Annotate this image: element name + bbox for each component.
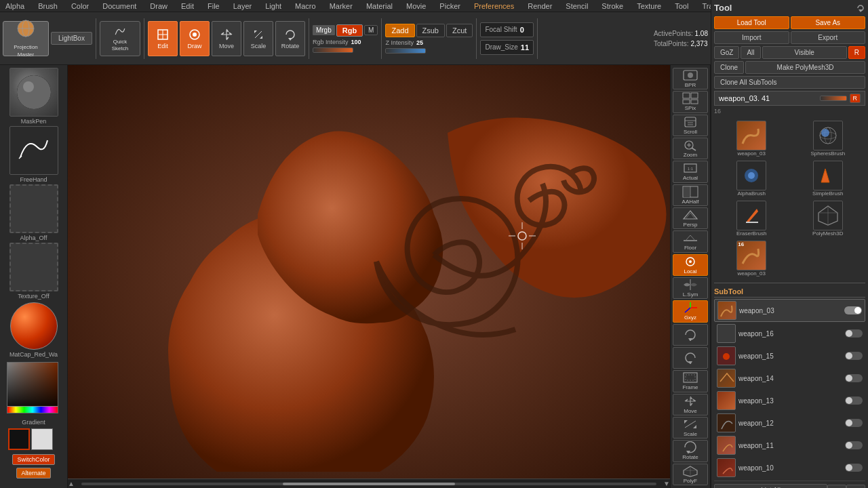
polymesh3d-brush-item[interactable]: PolyMesh3D <box>791 199 866 238</box>
menu-draw[interactable]: Draw <box>147 2 170 10</box>
menu-brush[interactable]: Brush <box>35 2 60 10</box>
weapon-r-button[interactable]: R <box>850 94 861 103</box>
bpr-button[interactable]: BPR <box>673 68 708 89</box>
lightbox-button[interactable]: LightBox <box>51 32 92 45</box>
switch-color-button[interactable]: SwitchColor <box>12 454 54 465</box>
clone-all-subtools-button[interactable]: Clone All SubTools <box>714 76 865 89</box>
menu-stroke[interactable]: Stroke <box>599 2 626 10</box>
quick-sketch-button[interactable]: Quick Sketch <box>100 21 140 56</box>
subtool-weapon12-toggle[interactable] <box>845 419 863 427</box>
alpha-item[interactable]: Alpha_Off <box>3 184 64 241</box>
eraser-brush-item[interactable]: EraserBrush <box>714 199 789 238</box>
menu-marker[interactable]: Marker <box>327 2 355 10</box>
spix-button[interactable]: SPix <box>673 91 708 113</box>
gradient-dark-swatch[interactable] <box>8 428 30 450</box>
menu-material[interactable]: Material <box>363 2 395 10</box>
subtool-weapon03-toggle[interactable] <box>844 306 862 314</box>
load-tool-button[interactable]: Load Tool <box>714 16 789 29</box>
menu-document[interactable]: Document <box>100 2 139 10</box>
hue-slider[interactable] <box>7 406 58 413</box>
subtool-weapon14[interactable]: weapon_14 <box>714 367 865 389</box>
spheres-brush-item[interactable]: SpheresBrush <box>791 119 866 158</box>
m-button[interactable]: M <box>364 25 378 35</box>
subtool-weapon15-toggle[interactable] <box>845 352 863 360</box>
import-button[interactable]: Import <box>714 31 789 44</box>
polyf-button[interactable]: PolyF <box>673 464 708 485</box>
frame-button[interactable]: Frame <box>673 370 708 392</box>
scroll-track[interactable] <box>81 483 656 485</box>
menu-stencil[interactable]: Stencil <box>563 2 591 10</box>
move-view-button[interactable]: Move <box>673 394 708 415</box>
zadd-toggle[interactable]: Zadd <box>385 24 414 37</box>
model-viewport[interactable] <box>68 65 670 488</box>
menu-light[interactable]: Light <box>262 2 284 10</box>
rotate2-button[interactable] <box>673 347 708 369</box>
draw-button[interactable]: Draw <box>180 21 210 56</box>
clone-button[interactable]: Clone <box>714 61 744 74</box>
subtool-weapon16-toggle[interactable] <box>845 329 863 338</box>
color-spectrum[interactable] <box>7 362 58 413</box>
menu-edit[interactable]: Edit <box>178 2 197 10</box>
subtool-weapon10-toggle[interactable] <box>845 464 863 472</box>
subtool-weapon11[interactable]: weapon_11 <box>714 434 865 456</box>
list-all-button[interactable]: List All <box>714 484 827 488</box>
canvas-area[interactable] <box>68 65 670 488</box>
scroll-left-arrow[interactable]: ▲ <box>68 480 75 487</box>
menu-preferences[interactable]: Preferences <box>471 2 517 10</box>
make-polymesh-button[interactable]: Make PolyMesh3D <box>745 61 865 74</box>
persp-button[interactable]: Persp <box>673 207 708 229</box>
menu-picker[interactable]: Picker <box>437 2 463 10</box>
floor-button[interactable]: Floor <box>673 230 708 252</box>
color-picker-container[interactable] <box>7 362 61 413</box>
subtool-weapon16[interactable]: weapon_16 <box>714 323 865 344</box>
draw-size-field[interactable]: Draw_Size 11 <box>480 40 534 55</box>
subtool-weapon15[interactable]: weapon_15 <box>714 345 865 367</box>
projection-master-button[interactable]: Projection Master <box>3 21 49 56</box>
scroll-right-arrow[interactable]: ▼ <box>663 480 670 487</box>
weapon-slider[interactable] <box>820 96 847 101</box>
texture-item[interactable]: Texture_Off <box>3 243 64 300</box>
gxyz-button[interactable]: Gxyz <box>673 300 708 322</box>
gradient-light-swatch[interactable] <box>31 428 53 450</box>
zoom-button[interactable]: Zoom <box>673 138 708 159</box>
focal-shift-field[interactable]: Focal Shift 0 <box>480 22 534 37</box>
actual-button[interactable]: 1:1 Actual <box>673 161 708 182</box>
weapon03-brush-item[interactable]: weapon_03 <box>714 119 789 158</box>
mrgb-toggle[interactable]: Mrgb <box>313 25 335 35</box>
matcap-item[interactable]: MatCap_Red_Wa <box>3 301 64 358</box>
menu-color[interactable]: Color <box>68 2 92 10</box>
menu-texture[interactable]: Texture <box>634 2 664 10</box>
rotate-button[interactable]: Rotate <box>275 21 305 56</box>
alternate-button[interactable]: Alternate <box>16 468 50 479</box>
subtool-weapon10[interactable]: weapon_10 <box>714 457 865 479</box>
menu-macro[interactable]: Macro <box>292 2 319 10</box>
save-as-button[interactable]: Save As <box>791 16 866 29</box>
rgb-intensity-slider[interactable] <box>313 47 353 53</box>
subtool-weapon12[interactable]: weapon_12 <box>714 412 865 434</box>
weapon03-brush2-item[interactable]: 16 weapon_03 <box>714 239 789 278</box>
move-button[interactable]: Move <box>212 21 241 56</box>
local-button[interactable]: Local <box>673 254 708 276</box>
aahalf-button[interactable]: AAHalf <box>673 184 708 206</box>
tool-refresh-icon[interactable] <box>856 3 865 13</box>
subtool-weapon14-toggle[interactable] <box>845 374 863 382</box>
edit-button[interactable]: Edit <box>148 21 178 56</box>
subtool-weapon13-toggle[interactable] <box>845 396 863 405</box>
export-button[interactable]: Export <box>791 31 866 44</box>
goz-button[interactable]: GoZ <box>714 46 739 59</box>
visible-button[interactable]: Visible <box>762 46 847 59</box>
freehand-item[interactable]: FreeHand <box>3 126 64 183</box>
simple-brush-item[interactable]: SimpleBrush <box>791 159 866 198</box>
all-button[interactable]: All <box>741 46 760 59</box>
subtool-down-button[interactable]: ▼ <box>846 485 865 488</box>
r-button[interactable]: R <box>848 46 865 59</box>
alpha-brush-item[interactable]: AlphaBrush <box>714 159 789 198</box>
zsub-toggle[interactable]: Zsub <box>416 24 445 37</box>
rotate1-button[interactable] <box>673 324 708 346</box>
menu-layer[interactable]: Layer <box>231 2 255 10</box>
subtool-weapon03[interactable]: weapon_03 <box>714 299 865 322</box>
subtool-up-button[interactable]: ▲ <box>827 485 846 488</box>
menu-file[interactable]: File <box>205 2 222 10</box>
subtool-weapon13[interactable]: weapon_13 <box>714 390 865 411</box>
menu-tool[interactable]: Tool <box>672 2 691 10</box>
